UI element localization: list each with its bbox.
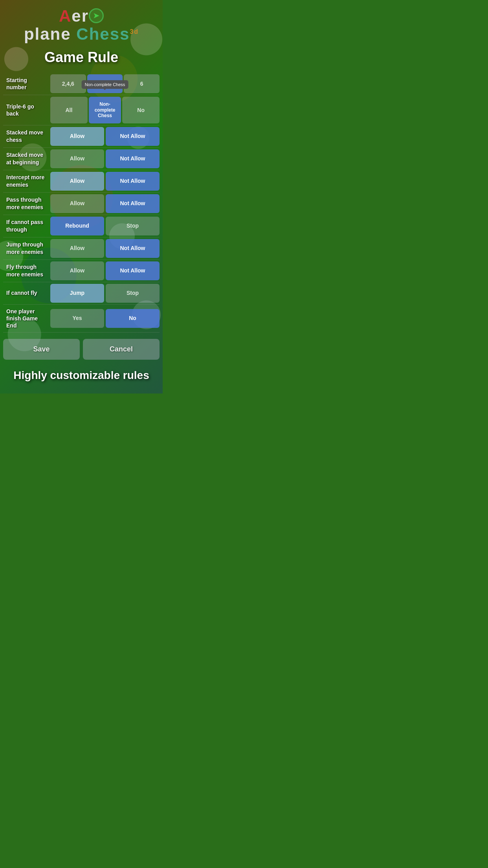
rule-label-flythrough: Fly through more enemies: [3, 262, 50, 279]
rule-label-starting-number: Starting number: [3, 75, 50, 92]
option-cannotpass-stop[interactable]: Stop: [106, 217, 160, 235]
logo-ero: er: [72, 7, 89, 25]
rule-options-stacked-beginning: Allow Not Allow: [50, 149, 160, 168]
option-cannotpass-rebound[interactable]: Rebound: [50, 217, 104, 235]
rule-label-triple6: Triple-6 go back: [3, 101, 50, 119]
logo-a: A: [59, 7, 72, 25]
rule-row-flythrough: Fly through more enemies Allow Not Allow: [3, 260, 160, 282]
rule-options-stacked-chess: Allow Not Allow: [50, 127, 160, 146]
rule-options-cannotfly: Jump Stop: [50, 284, 160, 303]
rule-label-cannotfly: If cannot fly: [3, 288, 50, 298]
rule-row-cannotfly: If cannot fly Jump Stop: [3, 282, 160, 305]
option-stacked-beginning-allow[interactable]: Allow: [50, 149, 104, 168]
option-intercept-allow[interactable]: Allow: [50, 172, 104, 191]
option-triple6-no[interactable]: No: [122, 97, 160, 123]
rule-row-oneplayer: One player finish Game End Yes No: [3, 305, 160, 333]
rule-row-stacked-beginning: Stacked move at beginning Allow Not Allo…: [3, 148, 160, 170]
rule-row-triple6: Triple-6 go back All Non-complete Chess …: [3, 95, 160, 125]
rule-options-oneplayer: Yes No: [50, 309, 160, 328]
option-cannotfly-stop[interactable]: Stop: [106, 284, 160, 303]
option-stacked-beginning-notallow[interactable]: Not Allow: [106, 149, 160, 168]
rule-options-cannotpass: Rebound Stop: [50, 217, 160, 235]
option-starting-56[interactable]: 5,6: [87, 74, 123, 93]
app-header: Aer➤plane Chess3d: [0, 0, 163, 45]
option-flythrough-allow[interactable]: Allow: [50, 261, 104, 280]
logo-plane: plane: [24, 25, 71, 43]
rule-row-intercept: Intercept more enemies Allow Not Allow: [3, 170, 160, 193]
rule-options-flythrough: Allow Not Allow: [50, 261, 160, 280]
rule-options-triple6: All Non-complete Chess Non-complete Ches…: [50, 97, 160, 123]
option-stacked-chess-notallow[interactable]: Not Allow: [106, 127, 160, 146]
option-jumpthrough-allow[interactable]: Allow: [50, 239, 104, 258]
rules-panel: Starting number 2,4,6 5,6 6 Triple-6 go …: [3, 73, 160, 333]
option-jumpthrough-notallow[interactable]: Not Allow: [106, 239, 160, 258]
plane-icon: ➤: [89, 8, 104, 23]
rule-options-passthrough: Allow Not Allow: [50, 194, 160, 213]
app-logo: Aer➤plane Chess3d: [4, 7, 159, 43]
rule-label-cannotpass: If cannot pass through: [3, 217, 50, 234]
rule-options-starting-number: 2,4,6 5,6 6: [50, 74, 160, 93]
rule-row-cannotpass: If cannot pass through Rebound Stop: [3, 215, 160, 237]
option-passthrough-notallow[interactable]: Not Allow: [106, 194, 160, 213]
rule-label-jumpthrough: Jump through more enemies: [3, 239, 50, 257]
option-cannotfly-jump[interactable]: Jump: [50, 284, 104, 303]
option-starting-246[interactable]: 2,4,6: [50, 74, 86, 93]
option-intercept-notallow[interactable]: Not Allow: [106, 172, 160, 191]
rule-row-starting-number: Starting number 2,4,6 5,6 6: [3, 73, 160, 95]
rule-row-jumpthrough: Jump through more enemies Allow Not Allo…: [3, 237, 160, 260]
logo-chess: Chess: [76, 25, 130, 43]
rule-label-stacked-beginning: Stacked move at beginning: [3, 150, 50, 167]
option-passthrough-allow[interactable]: Allow: [50, 194, 104, 213]
rule-options-intercept: Allow Not Allow: [50, 172, 160, 191]
rule-label-passthrough: Pass through more enemies: [3, 195, 50, 212]
rule-options-jumpthrough: Allow Not Allow: [50, 239, 160, 258]
rule-row-stacked-chess: Stacked move chess Allow Not Allow: [3, 125, 160, 148]
page-title: Game Rule: [0, 45, 163, 73]
bottom-buttons: Save Cancel: [3, 339, 160, 360]
save-button[interactable]: Save: [3, 339, 80, 360]
rule-row-passthrough: Pass through more enemies Allow Not Allo…: [3, 193, 160, 215]
logo-3d: 3d: [130, 28, 139, 35]
rule-label-oneplayer: One player finish Game End: [3, 306, 50, 331]
option-flythrough-notallow[interactable]: Not Allow: [106, 261, 160, 280]
option-triple6-all[interactable]: All: [50, 97, 88, 123]
rule-label-stacked-chess: Stacked move chess: [3, 127, 50, 145]
tagline: Highly customizable rules: [0, 363, 163, 386]
option-oneplayer-yes[interactable]: Yes: [50, 309, 104, 328]
option-oneplayer-no[interactable]: No: [106, 309, 160, 328]
rule-label-intercept: Intercept more enemies: [3, 172, 50, 189]
option-stacked-chess-allow[interactable]: Allow: [50, 127, 104, 146]
option-starting-6[interactable]: 6: [124, 74, 160, 93]
option-triple6-noncomplete[interactable]: Non-complete Chess: [89, 97, 121, 123]
cancel-button[interactable]: Cancel: [83, 339, 160, 360]
